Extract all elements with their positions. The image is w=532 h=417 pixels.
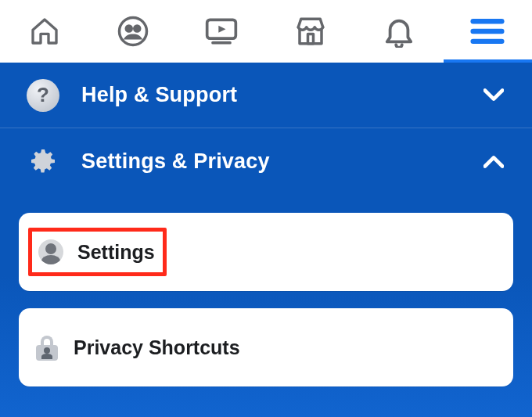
submenu: Settings Privacy Shortcuts xyxy=(0,194,532,386)
nav-notifications[interactable] xyxy=(354,0,443,63)
gear-icon xyxy=(27,146,59,177)
person-icon xyxy=(38,239,63,264)
top-nav xyxy=(0,0,532,63)
nav-marketplace[interactable] xyxy=(266,0,354,63)
hamburger-icon xyxy=(470,17,505,45)
svg-point-2 xyxy=(135,26,140,31)
highlight-box: Settings xyxy=(28,228,167,276)
chevron-down-icon xyxy=(483,88,504,102)
svg-point-0 xyxy=(119,18,146,45)
svg-point-1 xyxy=(126,26,131,31)
nav-menu[interactable] xyxy=(444,0,532,63)
svg-marker-4 xyxy=(219,26,226,33)
row-icon-wrap: ? xyxy=(27,79,59,112)
menu-panel: ? Help & Support Settings & Privacy Sett… xyxy=(0,63,532,417)
card-label: Settings xyxy=(77,241,155,264)
chevron-up-icon xyxy=(483,154,504,168)
help-icon: ? xyxy=(27,79,59,112)
submenu-privacy-shortcuts[interactable]: Privacy Shortcuts xyxy=(19,308,513,386)
menu-settings-privacy[interactable]: Settings & Privacy xyxy=(0,128,532,194)
watch-icon xyxy=(204,16,239,47)
submenu-settings[interactable]: Settings xyxy=(19,213,513,291)
marketplace-icon xyxy=(294,16,327,47)
menu-help-support[interactable]: ? Help & Support xyxy=(0,63,532,128)
nav-watch[interactable] xyxy=(178,0,266,63)
card-label: Privacy Shortcuts xyxy=(74,336,240,359)
nav-home[interactable] xyxy=(0,0,88,63)
home-icon xyxy=(29,16,60,47)
groups-icon xyxy=(117,15,149,48)
menu-label: Settings & Privacy xyxy=(81,149,270,174)
menu-label: Help & Support xyxy=(81,83,237,107)
svg-rect-6 xyxy=(307,34,313,44)
card-icon-wrap xyxy=(37,238,65,266)
bell-icon xyxy=(384,15,414,48)
card-icon-wrap xyxy=(33,333,61,361)
row-icon-wrap xyxy=(27,145,59,178)
lock-icon xyxy=(36,336,58,359)
nav-groups[interactable] xyxy=(88,0,177,63)
